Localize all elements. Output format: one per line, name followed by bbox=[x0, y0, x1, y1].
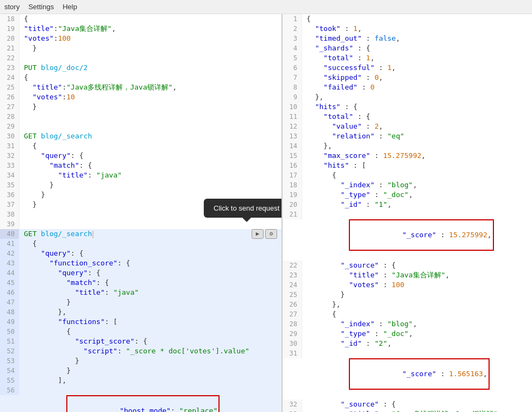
table-row: 34 "title": "java" bbox=[0, 170, 281, 180]
table-row: 33 "match": { bbox=[0, 161, 281, 170]
active-request-line: 40 GET blog/_search ▶ ⚙ bbox=[0, 229, 281, 239]
table-row: 22 "_source" : { bbox=[283, 261, 532, 270]
table-row: 54 } bbox=[0, 366, 281, 376]
tooltip-text: Click to send request bbox=[214, 204, 279, 212]
table-row: 32 "_source" : { bbox=[283, 400, 532, 409]
run-icon[interactable]: ▶ bbox=[252, 229, 264, 239]
table-row: 33 "title" : "Java多线程详解，Java锁详解", bbox=[283, 409, 532, 412]
table-row: 44 "query": { bbox=[0, 268, 281, 278]
table-row: 19 "title":"Java集合详解", bbox=[0, 24, 281, 34]
table-row: 20 "votes":100 bbox=[0, 34, 281, 43]
table-row: 2 "took" : 1, bbox=[283, 24, 532, 34]
table-row: 26 "votes":10 bbox=[0, 92, 281, 102]
table-row: 24 { bbox=[0, 73, 281, 83]
table-row: 46 "title": "java" bbox=[0, 288, 281, 297]
table-row: 3 "timed_out" : false, bbox=[283, 34, 532, 43]
table-row: 49 "functions": [ bbox=[0, 317, 281, 327]
table-row: 19 "_type" : "_doc", bbox=[283, 190, 532, 200]
table-row: 39 bbox=[0, 219, 281, 229]
table-row: 5 "total" : 1, bbox=[283, 53, 532, 63]
table-row: 31 { bbox=[0, 141, 281, 151]
table-row: 55 ], bbox=[0, 376, 281, 385]
table-row: 27 } bbox=[0, 102, 281, 112]
table-row: 25 "title":"Java多线程详解，Java锁详解", bbox=[0, 83, 281, 92]
table-row: 32 "query": { bbox=[0, 151, 281, 161]
table-row: 20 "_id" : "1", bbox=[283, 200, 532, 210]
table-row: 1 { bbox=[283, 14, 532, 24]
table-row: 43 "function_score": { bbox=[0, 258, 281, 268]
table-row: 53 } bbox=[0, 356, 281, 366]
table-row: 25 } bbox=[283, 290, 532, 300]
table-row: 22 bbox=[0, 53, 281, 63]
table-row: 23 "title" : "Java集合详解", bbox=[283, 270, 532, 280]
table-row: 15 "max_score" : 15.275992, bbox=[283, 151, 532, 161]
main-layout: 18 { 19 "title":"Java集合详解", 20 "votes":1… bbox=[0, 14, 532, 412]
table-row: 23 PUT blog/_doc/2 bbox=[0, 63, 281, 73]
table-row: 17 { bbox=[283, 170, 532, 180]
table-row: 14 }, bbox=[283, 141, 532, 151]
table-row: 29 "_type" : "_doc", bbox=[283, 329, 532, 339]
table-row: 52 "script": "_score * doc['votes'].valu… bbox=[0, 346, 281, 356]
table-row: 12 "value" : 2, bbox=[283, 122, 532, 131]
table-row: 21 } bbox=[0, 43, 281, 53]
table-row: 24 "votes" : 100 bbox=[283, 280, 532, 290]
score-line-2: 31 "_score" : 1.565163, bbox=[283, 348, 532, 400]
table-row: 16 "hits" : [ bbox=[283, 161, 532, 170]
table-row: 41 { bbox=[0, 239, 281, 249]
menu-story[interactable]: story bbox=[4, 3, 20, 11]
send-request-tooltip[interactable]: Click to send request bbox=[204, 199, 283, 218]
settings-icon[interactable]: ⚙ bbox=[265, 229, 277, 239]
table-row: 10 "hits" : { bbox=[283, 102, 532, 112]
table-row: 48 }, bbox=[0, 307, 281, 317]
table-row: 7 "skipped" : 0, bbox=[283, 73, 532, 83]
table-row: 28 "_index" : "blog", bbox=[283, 319, 532, 329]
table-row: 42 "query": { bbox=[0, 249, 281, 258]
table-row: 30 "_id" : "2", bbox=[283, 339, 532, 348]
right-code-area[interactable]: 1 { 2 "took" : 1, 3 "timed_out" : false,… bbox=[283, 14, 532, 412]
table-row: 8 "failed" : 0 bbox=[283, 83, 532, 92]
table-row: 13 "relation" : "eq" bbox=[283, 131, 532, 141]
menu-settings[interactable]: Settings bbox=[28, 3, 54, 11]
score-line-1: 21 "_score" : 15.275992, bbox=[283, 210, 532, 261]
table-row: 30 GET blog/_search bbox=[0, 131, 281, 141]
table-row: 4 "_shards" : { bbox=[283, 43, 532, 53]
table-row: 9 }, bbox=[283, 92, 532, 102]
menubar: story Settings Help bbox=[0, 0, 532, 14]
right-panel: 1 { 2 "took" : 1, 3 "timed_out" : false,… bbox=[283, 14, 532, 412]
table-row: 26 }, bbox=[283, 300, 532, 309]
table-row: 51 "script_score": { bbox=[0, 337, 281, 346]
menu-help[interactable]: Help bbox=[62, 3, 77, 11]
boost-mode-line: 56 "boost_mode": "replace" bbox=[0, 385, 281, 412]
table-row: 27 { bbox=[283, 309, 532, 319]
table-row: 45 "match": { bbox=[0, 278, 281, 288]
table-row: 18 { bbox=[0, 14, 281, 24]
table-row: 47 } bbox=[0, 297, 281, 307]
table-row: 18 "_index" : "blog", bbox=[283, 180, 532, 190]
table-row: 50 { bbox=[0, 327, 281, 337]
table-row: 6 "successful" : 1, bbox=[283, 63, 532, 73]
table-row: 11 "total" : { bbox=[283, 112, 532, 122]
table-row: 35 } bbox=[0, 180, 281, 190]
tooltip-container: Click to send request bbox=[204, 199, 283, 218]
left-panel: 18 { 19 "title":"Java集合详解", 20 "votes":1… bbox=[0, 14, 283, 412]
table-row: 28 bbox=[0, 112, 281, 122]
table-row: 29 bbox=[0, 122, 281, 131]
